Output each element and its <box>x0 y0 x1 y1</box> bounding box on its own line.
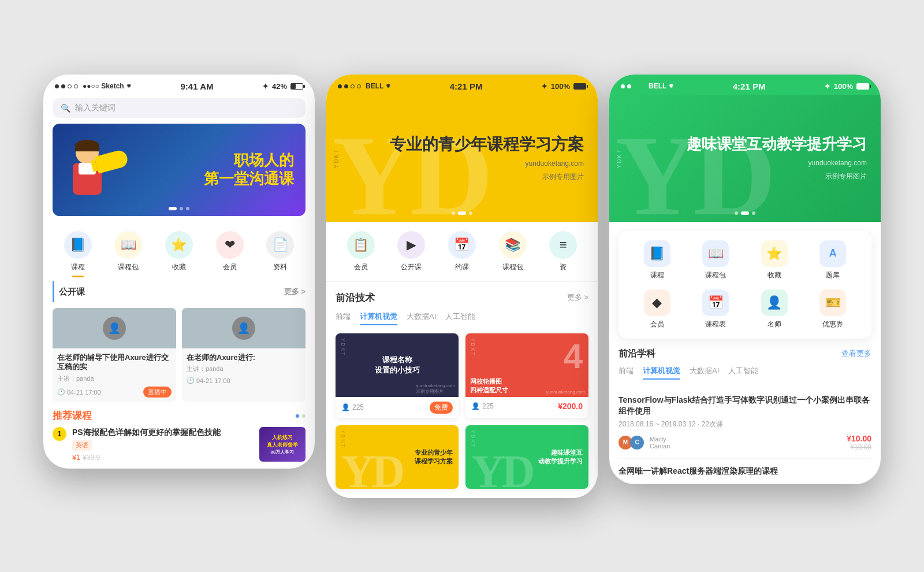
nav-active-bar <box>72 276 84 277</box>
rec-course-item[interactable]: 1 PS海报配色详解如何更好的掌握配色技能 英语 ¥1 ¥39.9 人机练习真人… <box>53 427 305 462</box>
banner-1[interactable]: 职场人的 第一堂沟通课 <box>53 124 305 216</box>
filter-tab-frontend[interactable]: 前端 <box>336 311 351 325</box>
course-time-1: 🕐 04-21 17:00 <box>57 388 101 396</box>
course-time-text-1: 04-21 17:00 <box>67 389 101 396</box>
status-right-1: ✦ 42% <box>262 82 303 91</box>
battery-fill-3 <box>857 84 869 89</box>
icon-item-package[interactable]: 📖 课程包 <box>702 240 729 280</box>
nav2-member[interactable]: 📋 会员 <box>347 231 375 272</box>
course-list-item-1[interactable]: TensorFlow与Flask结合打造手写体数字识别通过一个小案例出串联各组件… <box>619 388 871 459</box>
icon-item-course[interactable]: 📘 课程 <box>644 240 670 280</box>
filter-tab3-frontend[interactable]: 前端 <box>619 366 634 380</box>
course-list-footer-1: M C Macly Cantan ¥10.00 ¥10.00 <box>619 434 871 451</box>
nav-item-member[interactable]: ❤ 会员 <box>216 231 244 277</box>
ydkt-watermark-3: YDKT <box>340 430 346 448</box>
status-bar-3: BELL ⁕ 4:21 PM ✦ 100% <box>609 75 881 95</box>
nav2-label-opencourse: 公开课 <box>401 262 422 272</box>
signal-dot-8 <box>357 84 361 88</box>
grid-thumb-2: YDKT 4 网校轮播图四种适配尺寸 yunduoketang.com <box>465 333 588 397</box>
icon-label-course: 课程 <box>650 270 664 280</box>
banner-text: 职场人的 第一堂沟通课 <box>204 151 294 187</box>
section-public-courses: 公开课 更多 > 👤 在老师的辅导下使用Axure进行交互稿的实 主讲：pand… <box>43 281 315 403</box>
status-right-2: ✦ 100% <box>541 82 586 91</box>
battery-icon-2 <box>573 83 586 90</box>
phone-1-content: 🔍 输入关键词 <box>43 95 315 469</box>
icon-item-collect[interactable]: ⭐ 收藏 <box>761 240 788 280</box>
banner-dot-2 <box>180 207 183 210</box>
signal-dot-1 <box>55 84 59 88</box>
course-time-2: 🕐 04-21 17:00 <box>187 377 230 384</box>
status-left-2: BELL ⁕ <box>338 82 391 90</box>
signal-dot-9 <box>621 84 625 88</box>
rec-orig-price: ¥39.9 <box>83 454 100 462</box>
battery-fill-1 <box>291 84 296 89</box>
subject-section: 前沿学科 查看更多 前端 计算机视觉 大数据AI 人工智能 TensorFlow… <box>609 348 881 485</box>
nav-item-package[interactable]: 📖 课程包 <box>114 231 142 277</box>
search-bar[interactable]: 🔍 输入关键词 <box>53 98 305 118</box>
icon-item-teacher[interactable]: 👤 名师 <box>761 289 788 329</box>
grid-thumb-4: YDKT YD 趣味课堂互动教学提升学习 <box>465 425 588 489</box>
nav-item-collect[interactable]: ⭐ 收藏 <box>165 231 193 277</box>
nav-item-course[interactable]: 📘 课程 <box>64 231 92 277</box>
grid-course-1[interactable]: YDKT 课程名称设置的小技巧 yunduoketang.com示例专用图片 👤… <box>336 333 459 418</box>
course-time-text-2: 04-21 17:00 <box>196 377 230 384</box>
signal-dot-3 <box>68 84 72 88</box>
banner-line2: 第一堂沟通课 <box>204 170 294 188</box>
rec-dot-2 <box>302 414 305 418</box>
rec-thumb-text: 人机练习真人老师督学86万人学习 <box>267 434 298 455</box>
filter-tab3-cv[interactable]: 计算机视觉 <box>643 366 680 380</box>
icon-label-collect: 收藏 <box>767 270 781 280</box>
gbdot-3 <box>752 211 755 215</box>
banner-dot-1 <box>169 207 177 210</box>
section-more-1[interactable]: 更多 > <box>284 287 305 297</box>
grid-course-title-2: 网校轮播图四种适配尺寸 <box>470 377 508 395</box>
rec-tag: 英语 <box>72 440 92 451</box>
icon-grid-row-1: 📘 课程 📖 课程包 ⭐ 收藏 A 题库 <box>628 240 862 280</box>
icon-item-member3[interactable]: ◆ 会员 <box>644 289 670 329</box>
filter-tab-bigdata[interactable]: 大数据AI <box>407 311 436 325</box>
icon-item-question[interactable]: A 题库 <box>819 240 846 280</box>
grid-course-2[interactable]: YDKT 4 网校轮播图四种适配尺寸 yunduoketang.com 👤 22… <box>465 333 588 418</box>
nav2-resource[interactable]: ≡ 资 <box>549 231 577 272</box>
course-card-1[interactable]: 👤 在老师的辅导下使用Axure进行交互稿的实 主讲：panda 🕐 04-21… <box>53 308 176 403</box>
nav2-open-course[interactable]: ▶ 公开课 <box>397 231 425 272</box>
icon-item-coupon[interactable]: 🎫 优惠券 <box>819 289 846 329</box>
nav2-label-member: 会员 <box>354 262 368 272</box>
filter-tab3-ai[interactable]: 人工智能 <box>728 366 758 380</box>
content-more-2[interactable]: 更多 > <box>567 292 588 303</box>
instructor-name-2: Cantan <box>650 443 670 450</box>
avatar-cantan: C <box>630 436 644 450</box>
banner-dots-1 <box>169 207 189 210</box>
nav-item-resource[interactable]: 📄 资料 <box>266 231 294 277</box>
nav-icon-course: 📘 <box>64 231 92 259</box>
filter-tab3-bigdata[interactable]: 大数据AI <box>690 366 719 380</box>
nav2-booking[interactable]: 📅 约课 <box>448 231 476 272</box>
icon-item-schedule[interactable]: 📅 课程表 <box>702 289 729 329</box>
nav2-label-package: 课程包 <box>502 262 523 272</box>
icon-circle-coupon: 🎫 <box>819 289 846 316</box>
course-list-title-1: TensorFlow与Flask结合打造手写体数字识别通过一个小案例出串联各组件… <box>619 395 871 417</box>
person-icon-1: 👤 <box>341 403 350 411</box>
signal-dot-2 <box>61 84 65 88</box>
subject-more[interactable]: 查看更多 <box>841 348 871 359</box>
status-right-3: ✦ 100% <box>824 82 869 91</box>
carrier-3: BELL ⁕ <box>649 82 674 90</box>
icon-label-question: 题库 <box>826 270 840 280</box>
grid-watermark-url-2: yunduoketang.com <box>546 389 585 395</box>
grid-course-3[interactable]: YDKT YD 专业的青少年课程学习方案 <box>336 425 459 489</box>
filter-tab-cv[interactable]: 计算机视觉 <box>360 311 397 325</box>
bdot-3 <box>469 211 472 215</box>
phone-3-content: YDKT YD 趣味课堂互动教学提升学习 yunduoketang.com 示例… <box>609 95 881 485</box>
banner-dot-3 <box>186 207 189 210</box>
live-badge-1: 直播中 <box>143 387 172 398</box>
nav2-package[interactable]: 📚 课程包 <box>499 231 527 272</box>
status-left-1: ●●○○ Sketch ⁕ <box>55 82 132 90</box>
course-card-2[interactable]: 👤 在老师的Axure进行: 主讲：panda 🕐 04-21 17:00 <box>182 308 305 403</box>
rec-course-title: PS海报配色详解如何更好的掌握配色技能 <box>72 427 254 437</box>
icon-label-coupon: 优惠券 <box>822 320 843 329</box>
signal-dot-11 <box>634 84 638 88</box>
grid-course-4[interactable]: YDKT YD 趣味课堂互动教学提升学习 <box>465 425 588 489</box>
course-list-item-2[interactable]: 全网唯一讲解React服务器端渲染原理的课程 <box>619 459 871 485</box>
battery-icon-3 <box>856 83 869 90</box>
filter-tab-ai[interactable]: 人工智能 <box>445 311 475 325</box>
